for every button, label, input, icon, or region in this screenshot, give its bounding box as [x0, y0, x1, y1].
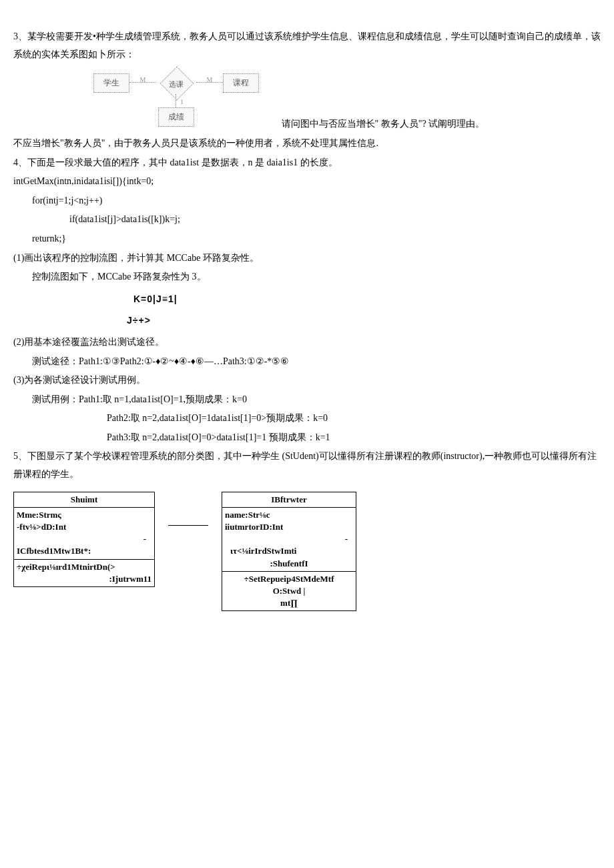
- q4-ans3a: 测试用例：Path1:取 n=1,data1ist[O]=1,预期成果：k=0: [13, 391, 601, 409]
- uml-diagram: Shuimt Mme:Strmς -ftv⅛>dD:Int - ICfbtesd…: [13, 492, 601, 612]
- uml-operations: ÷χeiRepι⅛ırd1MtnirtDn(> :Ijutrwm11: [14, 560, 154, 586]
- er-cardinality-m: M: [207, 73, 213, 86]
- er-diagram: 学生 M 选课 M 课程 1 成绩: [93, 71, 259, 127]
- er-entity-student: 学生: [93, 73, 129, 93]
- uml-class-instructor: IBftrwter name:Str⅛c iiutmrtorID:Int - ι…: [222, 492, 356, 612]
- q5-prompt: 5、下图显示了某个学校课程管理系统的部分类图，其中一种学生 (StUdent)可…: [13, 448, 601, 483]
- code-line: if(data1ist[j]>data1is([k])k=j;: [13, 211, 601, 229]
- q4-ans1: 控制流图如下，MCCabe 环路复杂性为 3。: [13, 268, 601, 286]
- code-line: for(intj=1;j<n;j++): [13, 192, 601, 210]
- er-diagram-row: 学生 M 选课 M 课程 1 成绩 请问图中与否应当增长" 教务人员"? 试阐明…: [13, 65, 601, 133]
- q4-sub1: (1)画出该程序的控制流图，并计算其 MCCabe 环路复杂性。: [13, 250, 601, 268]
- uml-operations: ÷SetRepueip4StMdeMtf O:Stwd | mt∏: [222, 572, 356, 611]
- er-vline: 1: [176, 94, 177, 107]
- er-line: M: [196, 82, 223, 83]
- uml-attributes: Mme:Strmς -ftv⅛>dD:Int - ICfbtesd1Mtw1Bt…: [14, 508, 154, 560]
- flow-text: K=0|J≡1|: [13, 290, 601, 308]
- uml-title: IBftrwter: [222, 492, 356, 508]
- q3-prompt: 3、某学校需要开发•种学生成绩管理系统，教务人员可以通过该系统维护学生信息、课程…: [13, 28, 601, 63]
- q4-ans3b: Path2:取 n=2,data1ist[O]=1data1ist[1]=0>预…: [13, 410, 601, 428]
- q4-ans2: 测试途径：Path1:①③Path2:①-♦②~♦④-♦⑥—…Path3:①②-…: [13, 353, 601, 371]
- q4-prompt: 4、下面是一段求最大值的程序，其中 data1ist 是数据表，n 是 daia…: [13, 154, 601, 172]
- code-line: intGetMax(intn,inidata1isi[]){intk=0;: [13, 173, 601, 191]
- q4-ans3c: Path3:取 n=2,data1ist[O]=0>data1ist[1]=1 …: [13, 429, 601, 447]
- q3-answer: 不应当增长"教务人员"，由于教务人员只是该系统的一种使用者，系统不处理其属性信息…: [13, 135, 601, 153]
- er-line: M: [129, 82, 156, 83]
- code-line: returnk;}: [13, 230, 601, 248]
- uml-association-line: [168, 525, 208, 526]
- uml-title: Shuimt: [14, 492, 154, 508]
- er-relation: 选课: [156, 71, 196, 94]
- uml-class-student: Shuimt Mme:Strmς -ftv⅛>dD:Int - ICfbtesd…: [13, 492, 155, 587]
- q3-question: 请问图中与否应当增长" 教务人员"? 试阐明理由。: [282, 115, 485, 133]
- q4-sub3: (3)为各测试途径设计测试用例。: [13, 372, 601, 390]
- er-cardinality-1: 1: [180, 95, 184, 108]
- uml-attributes: name:Str⅛c iiutmrtorID:Int - ιτ<⅛irIrdSt…: [222, 508, 356, 572]
- er-cardinality-m: M: [140, 73, 146, 86]
- flow-text: J÷+>: [13, 312, 601, 330]
- q4-sub2: (2)用基本途径覆盖法给出测试途径。: [13, 334, 601, 352]
- er-entity-grade: 成绩: [158, 107, 194, 127]
- er-entity-course: 课程: [223, 73, 259, 93]
